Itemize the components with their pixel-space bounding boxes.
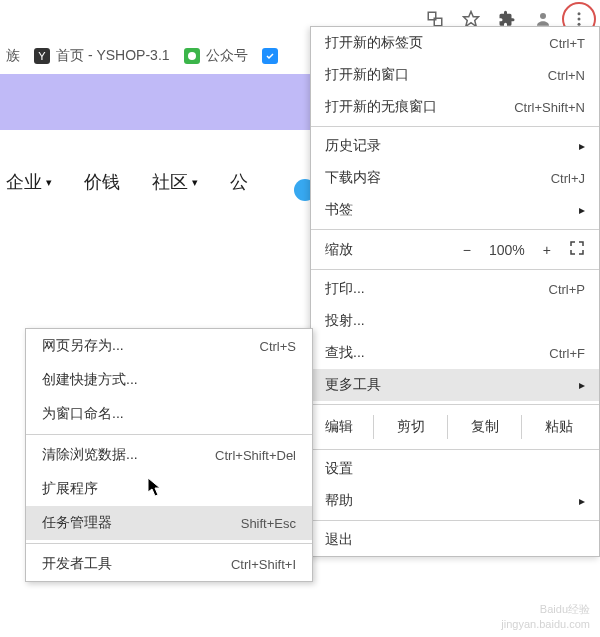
watermark-text: jingyan.baidu.com [501,617,590,631]
menu-item-exit[interactable]: 退出 [311,524,599,556]
menu-label: 投射... [325,312,365,330]
paste-button[interactable]: 粘贴 [521,415,595,439]
chevron-down-icon: ▾ [192,176,198,189]
menu-item-zoom: 缩放 − 100% + [311,233,599,266]
menu-separator [311,269,599,270]
menu-separator [311,520,599,521]
watermark: Baidu经验 jingyan.baidu.com [501,602,590,631]
watermark-text: Baidu经验 [501,602,590,616]
menu-label: 打开新的标签页 [325,34,423,52]
menu-label: 打开新的无痕窗口 [325,98,437,116]
menu-separator [311,449,599,450]
menu-label: 扩展程序 [42,480,98,498]
shortcut-text: Ctrl+F [549,346,585,361]
menu-label: 打开新的窗口 [325,66,409,84]
zoom-value: 100% [489,242,525,258]
menu-separator [26,543,312,544]
menu-item-find[interactable]: 查找... Ctrl+F [311,337,599,369]
zoom-in-button[interactable]: + [543,242,551,258]
shortcut-text: Ctrl+N [548,68,585,83]
zoom-out-button[interactable]: − [463,242,471,258]
tab-label: 族 [6,47,20,65]
nav-label: 社区 [152,170,188,194]
tab-item[interactable]: Y 首页 - YSHOP-3.1 [34,47,170,65]
menu-item-new-tab[interactable]: 打开新的标签页 Ctrl+T [311,27,599,59]
chevron-right-icon: ▸ [579,203,585,217]
menu-item-history[interactable]: 历史记录 ▸ [311,130,599,162]
submenu-item-task-manager[interactable]: 任务管理器 Shift+Esc [26,506,312,540]
menu-label: 历史记录 [325,137,381,155]
shortcut-text: Ctrl+J [551,171,585,186]
menu-label: 更多工具 [325,376,381,394]
menu-item-settings[interactable]: 设置 [311,453,599,485]
shortcut-text: Ctrl+P [549,282,585,297]
menu-label: 为窗口命名... [42,405,124,423]
chevron-right-icon: ▸ [579,494,585,508]
favicon [262,48,278,64]
chrome-main-menu: 打开新的标签页 Ctrl+T 打开新的窗口 Ctrl+N 打开新的无痕窗口 Ct… [310,26,600,557]
menu-separator [26,434,312,435]
menu-item-edit-row: 编辑 剪切 复制 粘贴 [311,408,599,446]
tab-label: 公众号 [206,47,248,65]
nav-label: 企业 [6,170,42,194]
menu-item-new-window[interactable]: 打开新的窗口 Ctrl+N [311,59,599,91]
menu-label: 退出 [325,531,353,549]
favicon [184,48,200,64]
menu-label: 清除浏览数据... [42,446,138,464]
shortcut-text: Shift+Esc [241,516,296,531]
submenu-item-create-shortcut[interactable]: 创建快捷方式... [26,363,312,397]
chevron-down-icon: ▾ [46,176,52,189]
menu-item-bookmarks[interactable]: 书签 ▸ [311,194,599,226]
menu-label: 开发者工具 [42,555,112,573]
menu-item-cast[interactable]: 投射... [311,305,599,337]
svg-marker-2 [464,12,479,27]
menu-label: 下载内容 [325,169,381,187]
submenu-item-dev-tools[interactable]: 开发者工具 Ctrl+Shift+I [26,547,312,581]
fullscreen-icon[interactable] [569,240,585,259]
menu-item-more-tools[interactable]: 更多工具 ▸ [311,369,599,401]
menu-label: 书签 [325,201,353,219]
copy-button[interactable]: 复制 [447,415,521,439]
nav-item-enterprise[interactable]: 企业 ▾ [6,170,52,194]
nav-item-cut[interactable]: 公 [230,170,254,194]
menu-separator [311,126,599,127]
shortcut-text: Ctrl+T [549,36,585,51]
shortcut-text: Ctrl+Shift+N [514,100,585,115]
menu-label: 设置 [325,460,353,478]
menu-label: 帮助 [325,492,353,510]
nav-item-community[interactable]: 社区 ▾ [152,170,198,194]
shortcut-text: Ctrl+Shift+I [231,557,296,572]
tab-label: 首页 - YSHOP-3.1 [56,47,170,65]
menu-label: 创建快捷方式... [42,371,138,389]
submenu-item-name-window[interactable]: 为窗口命名... [26,397,312,431]
menu-item-downloads[interactable]: 下载内容 Ctrl+J [311,162,599,194]
menu-item-incognito[interactable]: 打开新的无痕窗口 Ctrl+Shift+N [311,91,599,123]
menu-label: 打印... [325,280,365,298]
menu-item-help[interactable]: 帮助 ▸ [311,485,599,517]
menu-label: 网页另存为... [42,337,124,355]
submenu-item-clear-data[interactable]: 清除浏览数据... Ctrl+Shift+Del [26,438,312,472]
submenu-item-extensions[interactable]: 扩展程序 [26,472,312,506]
menu-separator [311,229,599,230]
tab-item[interactable]: 公众号 [184,47,248,65]
menu-separator [311,404,599,405]
favicon: Y [34,48,50,64]
chevron-right-icon: ▸ [579,139,585,153]
menu-item-print[interactable]: 打印... Ctrl+P [311,273,599,305]
zoom-controls: − 100% + [463,240,585,259]
svg-point-7 [188,52,196,60]
svg-point-3 [540,13,546,19]
chevron-right-icon: ▸ [579,378,585,392]
svg-point-5 [578,18,581,21]
tab-item[interactable]: 族 [6,47,20,65]
svg-point-4 [578,12,581,15]
nav-item-price[interactable]: 价钱 [84,170,120,194]
tab-item[interactable] [262,48,278,64]
nav-label: 价钱 [84,170,120,194]
shortcut-text: Ctrl+Shift+Del [215,448,296,463]
submenu-item-save-as[interactable]: 网页另存为... Ctrl+S [26,329,312,363]
cut-button[interactable]: 剪切 [373,415,447,439]
menu-label: 缩放 [325,241,353,259]
more-tools-submenu: 网页另存为... Ctrl+S 创建快捷方式... 为窗口命名... 清除浏览数… [25,328,313,582]
menu-label: 任务管理器 [42,514,112,532]
